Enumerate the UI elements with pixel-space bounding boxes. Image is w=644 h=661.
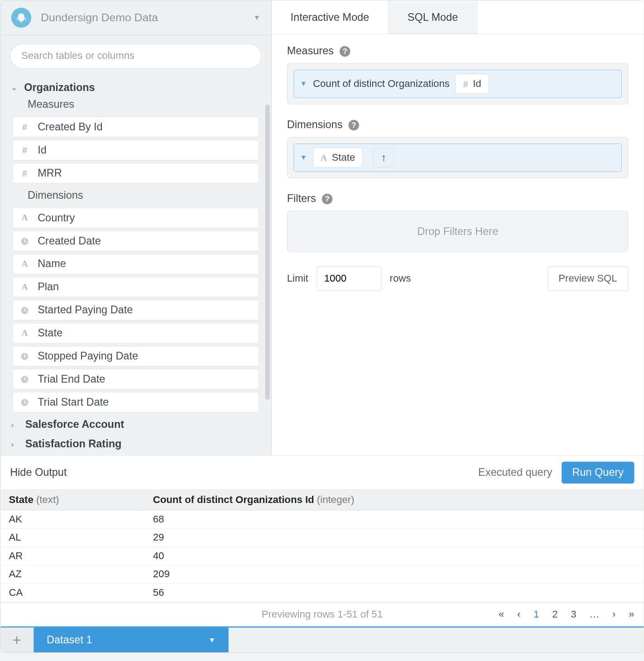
table-name-label: Satisfaction Rating bbox=[25, 438, 122, 450]
field-item[interactable]: Trial End Date bbox=[12, 369, 259, 390]
table-cell: AZ bbox=[0, 565, 144, 584]
measure-field-pill[interactable]: # Id bbox=[456, 74, 489, 94]
tab-interactive-mode[interactable]: Interactive Mode bbox=[272, 0, 389, 34]
help-icon[interactable]: ? bbox=[322, 193, 332, 204]
field-item[interactable]: A State bbox=[12, 323, 259, 344]
page-first[interactable]: « bbox=[499, 608, 504, 620]
table-cell: AK bbox=[0, 510, 144, 528]
limit-label: Limit bbox=[287, 273, 308, 284]
chevron-down-icon: ⌄ bbox=[11, 83, 19, 92]
field-item[interactable]: # Id bbox=[12, 140, 259, 161]
field-item[interactable]: Created Date bbox=[12, 231, 259, 252]
scrollbar-thumb[interactable] bbox=[265, 105, 269, 400]
table-cell: 40 bbox=[144, 547, 644, 565]
table-header-salesforce account[interactable]: › Salesforce Account bbox=[8, 415, 264, 435]
arrow-up-icon: ↑ bbox=[381, 151, 387, 163]
page-last[interactable]: » bbox=[629, 608, 634, 620]
text-type-icon: A bbox=[19, 259, 31, 269]
dimension-field-pill[interactable]: A State bbox=[313, 148, 363, 168]
clock-icon bbox=[19, 352, 31, 361]
table-tree: ⌄ Organizations Measures # Created By Id… bbox=[0, 74, 271, 455]
field-item[interactable]: # Created By Id bbox=[12, 117, 259, 138]
tab-sql-mode[interactable]: SQL Mode bbox=[389, 0, 477, 34]
text-type-icon: A bbox=[19, 213, 31, 223]
measure-field-label: Id bbox=[473, 78, 481, 90]
execution-status: Executed query bbox=[478, 466, 552, 479]
preview-sql-button[interactable]: Preview SQL bbox=[548, 266, 629, 291]
table-row[interactable]: CA 56 bbox=[0, 584, 644, 602]
dimensions-label: Dimensions bbox=[287, 119, 343, 131]
table-row[interactable]: AK 68 bbox=[0, 510, 644, 528]
limit-input[interactable] bbox=[317, 266, 381, 291]
chevron-down-icon: ▼ bbox=[254, 14, 261, 22]
hash-icon: # bbox=[19, 168, 31, 178]
database-selector[interactable]: Dundersign Demo Data ▼ bbox=[0, 0, 271, 35]
database-name: Dundersign Demo Data bbox=[41, 11, 254, 24]
table-name-label: Salesforce Account bbox=[25, 419, 124, 431]
field-item[interactable]: # MRR bbox=[12, 163, 259, 184]
help-icon[interactable]: ? bbox=[348, 120, 359, 130]
table-cell: CA bbox=[0, 584, 144, 602]
dimension-chip[interactable]: ▼ A State ↑ bbox=[293, 144, 622, 172]
table-header-organizations[interactable]: ⌄ Organizations bbox=[8, 77, 264, 95]
field-item[interactable]: Trial Start Date bbox=[12, 392, 259, 413]
hash-icon: # bbox=[19, 145, 31, 155]
clock-icon bbox=[19, 398, 31, 407]
measures-section-label: Measures bbox=[8, 95, 264, 115]
field-name-label: Stopped Paying Date bbox=[38, 350, 138, 362]
page-number[interactable]: 3 bbox=[571, 608, 576, 620]
sidebar: Dundersign Demo Data ▼ ⌄ Organizations M… bbox=[0, 0, 272, 455]
field-item[interactable]: A Plan bbox=[12, 277, 259, 298]
field-name-label: Id bbox=[38, 144, 47, 156]
run-query-button[interactable]: Run Query bbox=[562, 462, 634, 484]
table-cell: 56 bbox=[144, 584, 644, 602]
table-cell: AR bbox=[0, 547, 144, 565]
field-name-label: MRR bbox=[38, 167, 62, 179]
field-item[interactable]: Stopped Paying Date bbox=[12, 346, 259, 367]
elephant-icon bbox=[11, 8, 31, 28]
pagination: «‹123…›» bbox=[499, 608, 634, 620]
dimensions-section-label: Dimensions bbox=[8, 186, 264, 206]
chevron-down-icon[interactable]: ▼ bbox=[300, 153, 307, 162]
field-name-label: Started Paying Date bbox=[38, 304, 133, 316]
table-column-header[interactable]: State (text) bbox=[0, 490, 144, 511]
page-number[interactable]: … bbox=[589, 608, 599, 620]
search-input[interactable] bbox=[10, 43, 262, 68]
table-row[interactable]: AZ 209 bbox=[0, 565, 644, 584]
table-row[interactable]: AL 29 bbox=[0, 529, 644, 547]
field-name-label: Country bbox=[38, 212, 75, 224]
measures-dropzone[interactable]: ▼ Count of distinct Organizations # Id bbox=[287, 63, 629, 105]
table-row[interactable]: AR 40 bbox=[0, 547, 644, 565]
hide-output-toggle[interactable]: Hide Output bbox=[10, 466, 67, 479]
dimensions-dropzone[interactable]: ▼ A State ↑ bbox=[287, 137, 629, 178]
sort-ascending-button[interactable]: ↑ bbox=[374, 148, 394, 168]
help-icon[interactable]: ? bbox=[340, 46, 350, 56]
dataset-tab-label: Dataset 1 bbox=[47, 634, 92, 646]
add-dataset-button[interactable]: + bbox=[0, 627, 34, 652]
page-prev[interactable]: ‹ bbox=[517, 608, 520, 620]
page-next[interactable]: › bbox=[612, 608, 615, 620]
field-name-label: Created Date bbox=[38, 235, 101, 247]
field-item[interactable]: A Country bbox=[12, 208, 259, 229]
hash-icon: # bbox=[463, 79, 468, 89]
results-table: State (text) Count of distinct Organizat… bbox=[0, 489, 644, 602]
chevron-right-icon: › bbox=[11, 440, 19, 449]
dataset-tab[interactable]: Dataset 1 ▼ bbox=[34, 627, 228, 652]
table-cell: 29 bbox=[144, 529, 644, 547]
field-name-label: Created By Id bbox=[38, 121, 103, 133]
filters-dropzone[interactable]: Drop Filters Here bbox=[287, 211, 629, 252]
measure-chip[interactable]: ▼ Count of distinct Organizations # Id bbox=[293, 70, 622, 98]
chevron-down-icon[interactable]: ▼ bbox=[300, 80, 307, 88]
field-item[interactable]: Started Paying Date bbox=[12, 300, 259, 321]
field-item[interactable]: A Name bbox=[12, 254, 259, 275]
table-cell: AL bbox=[0, 529, 144, 547]
chevron-right-icon: › bbox=[11, 420, 19, 429]
page-number[interactable]: 2 bbox=[552, 608, 557, 620]
table-cell: 68 bbox=[144, 510, 644, 528]
table-name-label: Organizations bbox=[24, 81, 95, 94]
dimension-field-label: State bbox=[332, 152, 356, 163]
table-column-header[interactable]: Count of distinct Organizations Id (inte… bbox=[144, 490, 644, 511]
measure-chip-agg: Count of distinct Organizations bbox=[313, 78, 450, 90]
table-header-satisfaction rating[interactable]: › Satisfaction Rating bbox=[8, 435, 264, 454]
page-number[interactable]: 1 bbox=[533, 608, 539, 620]
